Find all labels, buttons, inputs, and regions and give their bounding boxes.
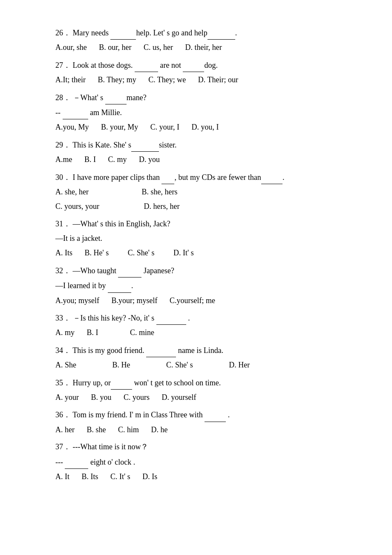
q27-number: 27． xyxy=(55,61,71,69)
q28-blank2 xyxy=(63,105,88,119)
q31-text2: —It is a jacket. xyxy=(55,231,337,245)
worksheet-content: 26． Mary needs help. Let' s go and help … xyxy=(55,26,337,483)
q35-number: 35． xyxy=(55,379,71,387)
q34-blank1 xyxy=(146,343,176,357)
q28-number: 28． xyxy=(55,93,71,102)
q32-blank1 xyxy=(118,263,141,278)
question-27: 27． Look at those dogs. are not dog. A.I… xyxy=(55,58,337,87)
question-34: 34． This is my good friend. name is Lind… xyxy=(55,343,337,372)
q34-text: 34． This is my good friend. name is Lind… xyxy=(55,343,337,357)
question-28: 28． －What' s mane? -- am Millie. A.you, … xyxy=(55,90,337,134)
q31-number: 31． xyxy=(55,220,71,228)
q30-options-cd: C. yours, your D. hers, her xyxy=(55,199,337,213)
question-30: 30． I have more paper clips than , but m… xyxy=(55,170,337,214)
q29-options: A.me B. I C. my D. you xyxy=(55,153,337,166)
q30-number: 30． xyxy=(55,173,71,182)
question-35: 35． Hurry up, or won' t get to school on… xyxy=(55,376,337,405)
q32-blank2 xyxy=(108,278,131,292)
q32-text1: 32． —Who taught Japanese? xyxy=(55,263,337,278)
q27-options: A.It; their B. They; my C. They; we D. T… xyxy=(55,73,337,87)
q26-options: A.our, she B. our, her C. us, her D. the… xyxy=(55,40,337,54)
q37-blank1 xyxy=(65,455,88,469)
q26-blank2 xyxy=(208,26,235,40)
q30-blank1 xyxy=(161,170,174,184)
q29-number: 29． xyxy=(55,141,71,149)
q33-number: 33． xyxy=(55,314,71,322)
q35-options: A. your B. you C. yours D. yourself xyxy=(55,390,337,404)
question-37: 37． ---What time is it now？ --- eight o'… xyxy=(55,440,337,483)
question-36: 36． Tom is my friend. I' m in Class Thre… xyxy=(55,408,337,436)
q30-text: 30． I have more paper clips than , but m… xyxy=(55,170,337,184)
q36-blank1 xyxy=(205,408,226,422)
q29-text: 29． This is Kate. She' s sister. xyxy=(55,138,337,152)
q37-text2: --- eight o' clock . xyxy=(55,455,337,469)
q27-blank1 xyxy=(135,58,158,72)
q31-options: A. Its B. He' s C. She' s D. It' s xyxy=(55,246,337,260)
q28-text2: -- am Millie. xyxy=(55,105,337,119)
q26-number: 26． xyxy=(55,29,71,37)
q36-text: 36． Tom is my friend. I' m in Class Thre… xyxy=(55,408,337,422)
q28-options: A.you, My B. your, My C. your, I D. you,… xyxy=(55,120,337,134)
question-26: 26． Mary needs help. Let' s go and help … xyxy=(55,26,337,55)
q29-blank1 xyxy=(131,138,159,152)
q36-number: 36． xyxy=(55,410,71,419)
q37-options: A. It B. Its C. It' s D. Is xyxy=(55,470,337,483)
q32-text2: —I learned it by . xyxy=(55,278,337,292)
q27-blank2 xyxy=(183,58,204,72)
q26-blank1 xyxy=(110,26,136,40)
q35-blank1 xyxy=(111,376,132,390)
question-33: 33． －Is this his key? -No, it' s . A. my… xyxy=(55,311,337,340)
q37-number: 37． xyxy=(55,442,71,451)
q36-options: A. her B. she C. him D. he xyxy=(55,423,337,436)
q35-text: 35． Hurry up, or won' t get to school on… xyxy=(55,376,337,390)
q30-options-ab: A. she, her B. she, hers xyxy=(55,185,337,199)
q37-text1: 37． ---What time is it now？ xyxy=(55,440,337,454)
q33-options: A. my B. I C. mine xyxy=(55,326,337,339)
q26-text: 26． Mary needs help. Let' s go and help … xyxy=(55,26,337,40)
q30-blank2 xyxy=(261,170,282,184)
q32-options: A.you; myself B.your; myself C.yourself;… xyxy=(55,294,337,307)
q32-number: 32． xyxy=(55,266,71,275)
q27-text: 27． Look at those dogs. are not dog. xyxy=(55,58,337,72)
q31-text1: 31． —What' s this in English, Jack? xyxy=(55,217,337,231)
q33-text: 33． －Is this his key? -No, it' s . xyxy=(55,311,337,325)
question-31: 31． —What' s this in English, Jack? —It … xyxy=(55,217,337,260)
question-29: 29． This is Kate. She' s sister. A.me B.… xyxy=(55,138,337,167)
q34-options: A. She B. He C. She' s D. Her xyxy=(55,358,337,372)
q28-text1: 28． －What' s mane? xyxy=(55,90,337,104)
q28-blank1 xyxy=(105,90,127,104)
q34-number: 34． xyxy=(55,346,71,355)
question-32: 32． —Who taught Japanese? —I learned it … xyxy=(55,263,337,307)
q33-blank1 xyxy=(156,311,186,325)
